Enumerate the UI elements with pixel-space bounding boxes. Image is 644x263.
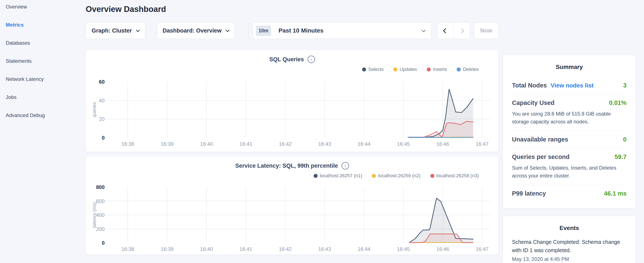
summary-row-value: 46.1 ms <box>604 190 626 197</box>
summary-rows: Total NodesView nodes list3Capacity Used… <box>512 77 626 202</box>
summary-row-p99-latency: P99 latency46.1 ms <box>512 185 626 202</box>
svg-text:16:41: 16:41 <box>240 246 252 252</box>
svg-text:16:39: 16:39 <box>161 141 174 147</box>
svg-text:20: 20 <box>99 116 104 122</box>
legend-item-inserts: Inserts <box>427 67 447 72</box>
legend-dot-icon <box>362 68 366 72</box>
svg-text:queries: queries <box>92 102 97 117</box>
time-window-dropdown[interactable]: 10m Past 10 Minutes <box>253 22 432 39</box>
summary-row-label: P99 latency <box>512 190 546 197</box>
sidebar-item-overview[interactable]: Overview <box>6 4 85 10</box>
graph-dropdown-label: Graph: Cluster <box>92 28 132 34</box>
chart-legend: localhost:26257 (n1)localhost:26259 (n2)… <box>86 173 498 178</box>
svg-text:16:42: 16:42 <box>279 246 292 252</box>
summary-panel: Summary Total NodesView nodes list3Capac… <box>503 55 636 208</box>
legend-item-localhost-26259-n2: localhost:26259 (n2) <box>372 173 420 178</box>
svg-text:400: 400 <box>96 212 104 218</box>
service-latency-chart[interactable]: 16:3816:3916:4016:4116:4216:4316:4416:45… <box>86 183 499 253</box>
time-prev-button[interactable] <box>438 23 454 39</box>
svg-text:16:38: 16:38 <box>122 141 134 147</box>
legend-label: Selects <box>368 67 384 72</box>
info-icon[interactable]: i <box>308 56 315 63</box>
summary-row-value: 3 <box>623 82 626 89</box>
legend-dot-icon <box>427 68 431 72</box>
svg-text:16:38: 16:38 <box>122 246 134 252</box>
event-timestamp: May 13, 2020 at 4:45 PM <box>512 256 626 262</box>
legend-label: Updates <box>400 67 417 72</box>
summary-row-label: Capacity Used <box>512 99 554 106</box>
legend-item-updates: Updates <box>393 67 417 72</box>
svg-text:16:40: 16:40 <box>200 246 213 252</box>
chevron-down-icon <box>422 28 426 32</box>
graph-dropdown[interactable]: Graph: Cluster <box>86 22 145 39</box>
svg-text:16:45: 16:45 <box>397 246 410 252</box>
summary-row-description: You are using 28.6 MiB of 515.9 GiB usab… <box>512 110 626 126</box>
chart-title-row: Service Latency: SQL, 99th percentile i <box>86 156 498 170</box>
svg-text:40: 40 <box>99 98 104 103</box>
right-panel: Summary Total NodesView nodes list3Capac… <box>503 0 636 263</box>
summary-row-value: 59.7 <box>615 153 626 160</box>
summary-row-label: Queries per second <box>512 153 570 160</box>
svg-text:16:42: 16:42 <box>279 141 292 147</box>
legend-dot-icon <box>457 68 461 72</box>
sql-queries-chart[interactable]: 16:3816:3916:4016:4116:4216:4316:4416:45… <box>86 76 499 147</box>
legend-dot-icon <box>372 174 376 178</box>
sidebar-item-metrics[interactable]: Metrics <box>6 22 85 28</box>
legend-item-localhost-26257-n1: localhost:26257 (n1) <box>314 173 362 178</box>
controls-divider <box>248 22 248 39</box>
time-window-label: Past 10 Minutes <box>278 27 324 34</box>
summary-row-unavailable-ranges: Unavailable ranges0 <box>512 131 626 148</box>
chart-legend: SelectsUpdatesInsertsDeletes <box>86 67 498 72</box>
info-icon[interactable]: i <box>342 162 349 170</box>
dashboard-dropdown[interactable]: Dashboard: Overview <box>157 22 235 39</box>
sql-queries-card: SQL Queries i SelectsUpdatesInsertsDelet… <box>86 50 498 152</box>
legend-label: localhost:26257 (n1) <box>320 173 362 178</box>
legend-label: localhost:26259 (n2) <box>378 173 420 178</box>
time-window-badge: 10m <box>256 26 271 36</box>
chart-title-row: SQL Queries i <box>86 50 498 63</box>
sidebar: OverviewMetricsDatabasesStatementsNetwor… <box>0 0 85 130</box>
chart-title: SQL Queries <box>269 56 304 63</box>
chevron-right-icon <box>459 28 464 33</box>
summary-row-label: Unavailable ranges <box>512 136 568 143</box>
svg-text:600: 600 <box>96 198 104 204</box>
time-step-buttons <box>437 22 470 39</box>
legend-item-deletes: Deletes <box>457 67 479 72</box>
summary-row-description: Sum of Selects, Updates, Inserts, and De… <box>512 164 626 180</box>
sidebar-item-databases[interactable]: Databases <box>6 40 85 46</box>
summary-row-value: 0 <box>623 136 626 143</box>
svg-text:latency (ms): latency (ms) <box>92 202 97 228</box>
sidebar-item-advanced-debug[interactable]: Advanced Debug <box>6 112 85 118</box>
main-content: Overview Dashboard Graph: Cluster Dashbo… <box>86 0 498 255</box>
svg-text:16:47: 16:47 <box>476 141 488 147</box>
controls-bar: Graph: Cluster Dashboard: Overview 10m P… <box>86 22 498 39</box>
svg-text:16:46: 16:46 <box>436 141 449 147</box>
svg-text:0: 0 <box>102 135 104 141</box>
svg-text:16:46: 16:46 <box>436 246 449 252</box>
svg-text:200: 200 <box>96 226 104 232</box>
chevron-down-icon <box>136 28 140 32</box>
svg-text:16:43: 16:43 <box>318 141 331 147</box>
sidebar-item-jobs[interactable]: Jobs <box>6 94 85 100</box>
chart-title: Service Latency: SQL, 99th percentile <box>235 163 338 169</box>
svg-text:16:40: 16:40 <box>200 141 213 147</box>
legend-item-localhost-26258-n3: localhost:26258 (n3) <box>430 173 479 178</box>
legend-dot-icon <box>393 68 397 72</box>
legend-label: localhost:26258 (n3) <box>436 173 479 178</box>
summary-row-label: Total Nodes <box>512 82 547 89</box>
legend-dot-icon <box>314 174 318 178</box>
now-button[interactable]: Now <box>474 22 498 39</box>
page-title: Overview Dashboard <box>86 5 498 14</box>
dashboard-dropdown-label: Dashboard: Overview <box>163 28 222 34</box>
svg-text:16:47: 16:47 <box>476 246 488 252</box>
view-nodes-link[interactable]: View nodes list <box>551 82 594 89</box>
summary-row-value: 0.01% <box>609 99 626 106</box>
chevron-left-icon <box>443 28 448 33</box>
svg-text:0: 0 <box>102 240 104 246</box>
svg-text:800: 800 <box>96 184 104 190</box>
sidebar-item-network-latency[interactable]: Network Latency <box>6 76 85 82</box>
time-next-button[interactable] <box>454 23 470 39</box>
svg-text:16:44: 16:44 <box>358 246 370 252</box>
svg-text:16:43: 16:43 <box>318 246 331 252</box>
sidebar-item-statements[interactable]: Statements <box>6 58 85 64</box>
